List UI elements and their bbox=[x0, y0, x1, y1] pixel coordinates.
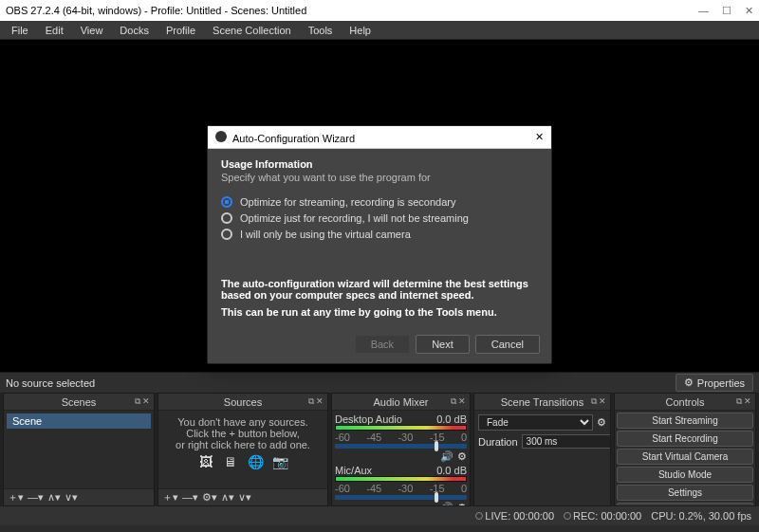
source-up-button[interactable]: ∧▾ bbox=[221, 491, 234, 504]
mixer-title: Audio Mixer bbox=[373, 396, 428, 408]
volume-slider[interactable] bbox=[335, 495, 467, 500]
track-mic-aux: Mic/Aux0.0 dB -60-45-30-150 🔊⚙ bbox=[335, 465, 467, 505]
track-desktop-audio: Desktop Audio0.0 dB -60-45-30-150 🔊⚙ bbox=[335, 413, 467, 463]
scenes-panel: Scenes⧉✕ Scene ＋▾ —▾ ∧▾ ∨▾ bbox=[3, 393, 155, 506]
duration-input[interactable] bbox=[522, 434, 610, 449]
radio-icon bbox=[221, 212, 232, 224]
bottom-bar: LIVE: 00:00:00 REC: 00:00:00 CPU: 0.2%, … bbox=[0, 506, 759, 525]
window-title: OBS 27.2.4 (64-bit, windows) - Profile: … bbox=[6, 5, 306, 16]
menu-file[interactable]: File bbox=[4, 23, 36, 38]
menu-help[interactable]: Help bbox=[342, 23, 379, 38]
dialog-sub: Specify what you want to use the program… bbox=[221, 172, 538, 183]
ticks: -60-45-30-150 bbox=[335, 483, 467, 494]
obs-icon bbox=[215, 131, 227, 142]
remove-scene-button[interactable]: —▾ bbox=[28, 491, 44, 504]
menu-docks[interactable]: Docks bbox=[112, 23, 157, 38]
properties-button[interactable]: ⚙Properties bbox=[676, 374, 753, 392]
exit-button[interactable]: Exit bbox=[617, 503, 753, 505]
live-status: LIVE: 00:00:00 bbox=[475, 510, 554, 522]
status-row: No source selected ⚙Properties bbox=[0, 372, 759, 393]
sources-empty-2: Click the + button below, bbox=[162, 428, 324, 439]
popout-icon[interactable]: ⧉ bbox=[308, 396, 314, 407]
scenes-title: Scenes bbox=[62, 396, 97, 408]
duration-label: Duration bbox=[478, 436, 518, 448]
menu-edit[interactable]: Edit bbox=[38, 23, 71, 38]
radio-icon bbox=[221, 229, 232, 240]
dialog-note2: This can be run at any time by going to … bbox=[221, 306, 538, 318]
transition-select[interactable]: Fade bbox=[478, 414, 593, 431]
volume-slider[interactable] bbox=[335, 444, 467, 449]
meter bbox=[335, 425, 467, 431]
dialog-section: Usage Information bbox=[221, 158, 538, 170]
start-recording-button[interactable]: Start Recording bbox=[617, 431, 753, 447]
menu-tools[interactable]: Tools bbox=[301, 23, 341, 38]
popout-icon[interactable]: ⧉ bbox=[135, 396, 140, 407]
close-icon[interactable]: ✕ bbox=[316, 396, 324, 407]
transitions-panel: Scene Transitions⧉✕ Fade⚙ Duration▴▾ bbox=[473, 393, 611, 506]
controls-title: Controls bbox=[666, 396, 705, 408]
settings-button[interactable]: Settings bbox=[617, 485, 753, 501]
dialog-note: The auto-configuration wizard will deter… bbox=[221, 278, 538, 301]
gear-icon: ⚙ bbox=[684, 376, 694, 389]
camera-icon: 📷 bbox=[270, 454, 289, 471]
speaker-icon[interactable]: 🔊 bbox=[440, 502, 454, 505]
controls-panel: Controls⧉✕ Start Streaming Start Recordi… bbox=[614, 393, 756, 506]
add-scene-button[interactable]: ＋▾ bbox=[8, 490, 24, 504]
popout-icon[interactable]: ⧉ bbox=[451, 396, 456, 407]
close-icon[interactable]: ✕ bbox=[142, 396, 150, 407]
track-gear-icon[interactable]: ⚙ bbox=[457, 450, 467, 463]
source-settings-button[interactable]: ⚙▾ bbox=[202, 491, 217, 504]
menubar: File Edit View Docks Profile Scene Colle… bbox=[0, 21, 759, 40]
speaker-icon[interactable]: 🔊 bbox=[440, 450, 454, 463]
titlebar: OBS 27.2.4 (64-bit, windows) - Profile: … bbox=[0, 0, 759, 21]
no-source-label: No source selected bbox=[6, 377, 95, 389]
scene-down-button[interactable]: ∨▾ bbox=[65, 491, 78, 504]
cpu-status: CPU: 0.2%, 30.00 fps bbox=[651, 510, 751, 522]
sources-panel: Sources⧉✕ You don't have any sources. Cl… bbox=[157, 393, 328, 506]
transitions-title: Scene Transitions bbox=[501, 396, 583, 408]
radio-recording[interactable]: Optimize just for recording, I will not … bbox=[221, 212, 538, 224]
start-virtual-camera-button[interactable]: Start Virtual Camera bbox=[617, 449, 753, 465]
remove-source-button[interactable]: —▾ bbox=[182, 491, 198, 504]
popout-icon[interactable]: ⧉ bbox=[591, 396, 597, 407]
close-icon[interactable]: ✕ bbox=[458, 396, 466, 407]
menu-scene-collection[interactable]: Scene Collection bbox=[205, 23, 299, 38]
start-streaming-button[interactable]: Start Streaming bbox=[617, 413, 753, 429]
close-icon[interactable]: ✕ bbox=[744, 396, 751, 407]
globe-icon: 🌐 bbox=[246, 454, 265, 471]
meter bbox=[335, 476, 467, 482]
menu-profile[interactable]: Profile bbox=[158, 23, 203, 38]
next-button[interactable]: Next bbox=[416, 335, 470, 354]
track-gear-icon[interactable]: ⚙ bbox=[457, 502, 467, 505]
ticks: -60-45-30-150 bbox=[335, 431, 467, 443]
scene-up-button[interactable]: ∧▾ bbox=[47, 491, 61, 504]
audio-mixer-panel: Audio Mixer⧉✕ Desktop Audio0.0 dB -60-45… bbox=[331, 393, 471, 506]
rec-status: REC: 00:00:00 bbox=[564, 510, 641, 522]
dialog-close-icon[interactable]: ✕ bbox=[535, 131, 544, 143]
radio-streaming[interactable]: Optimize for streaming, recording is sec… bbox=[221, 196, 538, 208]
sources-empty-3: or right click here to add one. bbox=[162, 439, 324, 450]
transition-gear-icon[interactable]: ⚙ bbox=[597, 416, 606, 429]
cancel-button[interactable]: Cancel bbox=[475, 335, 540, 354]
scene-item[interactable]: Scene bbox=[7, 413, 151, 429]
dialog-title: Auto-Configuration Wizard bbox=[232, 133, 355, 144]
menu-view[interactable]: View bbox=[73, 23, 111, 38]
radio-virtual-camera[interactable]: I will only be using the virtual camera bbox=[221, 229, 538, 240]
source-down-button[interactable]: ∨▾ bbox=[238, 491, 251, 504]
auto-config-dialog: Auto-Configuration Wizard ✕ Usage Inform… bbox=[207, 125, 552, 364]
maximize-icon[interactable]: ☐ bbox=[722, 5, 731, 17]
studio-mode-button[interactable]: Studio Mode bbox=[617, 467, 753, 483]
add-source-button[interactable]: ＋▾ bbox=[162, 490, 178, 504]
back-button[interactable]: Back bbox=[355, 335, 410, 354]
close-icon[interactable]: ✕ bbox=[599, 396, 606, 407]
sources-empty-1: You don't have any sources. bbox=[162, 416, 324, 428]
radio-icon bbox=[221, 196, 232, 208]
minimize-icon[interactable]: — bbox=[698, 5, 709, 17]
close-icon[interactable]: ✕ bbox=[745, 5, 753, 17]
popout-icon[interactable]: ⧉ bbox=[736, 396, 742, 407]
display-icon: 🖥 bbox=[221, 454, 240, 471]
sources-title: Sources bbox=[224, 396, 262, 408]
image-icon: 🖼 bbox=[196, 454, 215, 471]
